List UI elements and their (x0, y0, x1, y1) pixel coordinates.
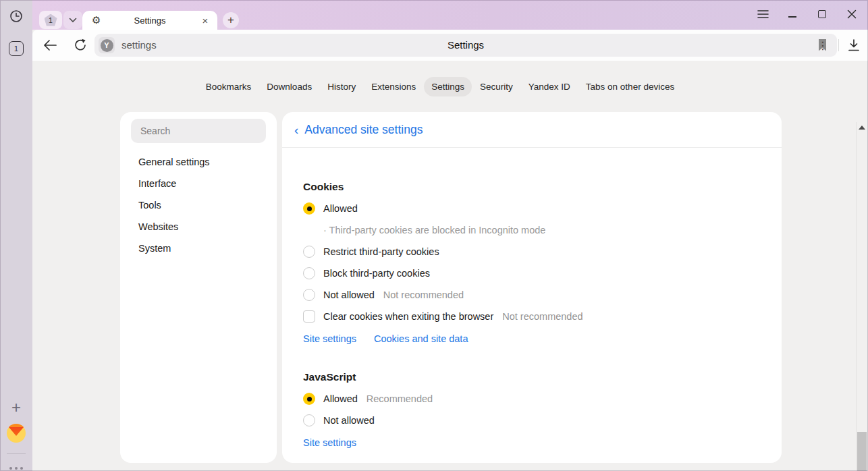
tab-list-dropdown-button[interactable] (63, 11, 82, 29)
rail-add-button[interactable]: + (0, 395, 32, 420)
nav-tab-history[interactable]: History (320, 77, 363, 96)
nav-tab-extensions[interactable]: Extensions (364, 77, 423, 96)
address-page-title: Settings (94, 34, 837, 57)
address-bar[interactable]: Y settings Settings (94, 34, 837, 57)
hamburger-icon (757, 9, 769, 19)
plus-icon: + (11, 398, 21, 417)
sidebar-item-system[interactable]: System (120, 238, 277, 259)
settings-sidebar: General settingsInterfaceToolsWebsitesSy… (120, 112, 277, 463)
radio-unselected-icon (303, 267, 315, 279)
option-restrict-third-party-cookies[interactable]: Restrict third-party cookies (303, 241, 782, 262)
advanced-site-settings-back[interactable]: ‹ Advanced site settings (282, 112, 782, 148)
nav-tab-yandex-id[interactable]: Yandex ID (521, 77, 578, 96)
tab-panel-button[interactable]: 1 (0, 36, 32, 61)
tab-count-icon: 1 (9, 41, 24, 56)
scrollbar-thumb[interactable] (857, 432, 867, 471)
toolbar-more-button[interactable]: ⋮ (814, 37, 832, 53)
section-links: Site settings (303, 437, 782, 448)
option-note: Not recommended (383, 289, 464, 300)
active-tab[interactable]: ⚙ Settings × (82, 11, 217, 30)
window-close-button[interactable] (842, 5, 861, 23)
link-site-settings[interactable]: Site settings (303, 437, 356, 448)
page-title: Advanced site settings (304, 123, 423, 137)
sidebar-item-websites[interactable]: Websites (120, 216, 277, 238)
tab-group-count-button[interactable]: 1 (39, 11, 62, 29)
section-cookies: CookiesAllowed· Third-party cookies are … (303, 181, 782, 344)
yandex-mail-button[interactable] (0, 421, 32, 445)
clock-icon (9, 9, 24, 24)
option-note: Not recommended (502, 311, 582, 322)
yandex-mail-icon (7, 424, 26, 443)
nav-tab-settings[interactable]: Settings (424, 77, 472, 96)
option-label: Allowed (323, 203, 358, 214)
reload-icon (74, 38, 87, 52)
link-cookies-and-site-data[interactable]: Cookies and site data (374, 333, 468, 344)
nav-tab-tabs-on-other-devices[interactable]: Tabs on other devices (578, 77, 682, 96)
radio-unselected-icon (303, 289, 315, 301)
close-icon (847, 9, 857, 19)
option-subnote: · Third-party cookies are blocked in Inc… (303, 219, 782, 241)
option-block-third-party-cookies[interactable]: Block third-party cookies (303, 262, 782, 284)
rail-divider (7, 453, 26, 454)
option-allowed[interactable]: AllowedRecommended (303, 388, 782, 410)
settings-page: BookmarksDownloadsHistoryExtensionsSetti… (32, 61, 868, 471)
section-heading: JavaScript (303, 371, 782, 383)
search-input[interactable] (131, 126, 266, 136)
download-icon (848, 39, 860, 52)
option-not-allowed[interactable]: Not allowedNot recommended (303, 284, 782, 306)
option-label: Block third-party cookies (323, 268, 430, 279)
dot-icon (9, 467, 12, 470)
back-button[interactable] (41, 37, 59, 53)
chevron-down-icon (69, 18, 77, 23)
history-button[interactable] (0, 4, 32, 28)
dot-icon (15, 467, 18, 470)
tab-group-chip: 1 (39, 11, 82, 29)
section-javascript: JavaScriptAllowedRecommendedNot allowedS… (303, 371, 782, 448)
tab-close-button[interactable]: × (199, 14, 211, 26)
radio-unselected-icon (303, 414, 315, 426)
maximize-icon (818, 10, 826, 18)
option-label: Clear cookies when exiting the browser (323, 311, 493, 322)
radio-unselected-icon (303, 246, 315, 258)
chevron-left-icon: ‹ (294, 123, 298, 136)
option-label: Not allowed (323, 289, 375, 300)
nav-tab-bookmarks[interactable]: Bookmarks (198, 77, 259, 96)
option-label: Restrict third-party cookies (323, 246, 439, 257)
new-tab-button[interactable]: + (223, 12, 239, 28)
nav-tab-downloads[interactable]: Downloads (259, 77, 319, 96)
section-heading: Cookies (303, 181, 782, 193)
radio-selected-icon (303, 393, 315, 405)
tab-group-badge-icon: 1 (45, 14, 57, 26)
sidebar-item-interface[interactable]: Interface (120, 173, 277, 194)
section-links: Site settingsCookies and site data (303, 333, 782, 344)
option-not-allowed[interactable]: Not allowed (303, 410, 782, 431)
settings-main-panel: ‹ Advanced site settings CookiesAllowed·… (282, 112, 782, 463)
nav-tab-security[interactable]: Security (472, 77, 520, 96)
link-site-settings[interactable]: Site settings (303, 333, 356, 344)
sidebar-item-general-settings[interactable]: General settings (120, 151, 277, 173)
toolbar: Y settings Settings ⋮ (32, 30, 868, 61)
option-note: Recommended (367, 393, 433, 404)
radio-selected-icon (303, 202, 315, 215)
sidebar-items: General settingsInterfaceToolsWebsitesSy… (120, 151, 277, 259)
minimize-icon (788, 16, 796, 18)
scrollbar[interactable] (856, 122, 867, 471)
side-rail: 1 + (0, 0, 32, 471)
settings-sections: CookiesAllowed· Third-party cookies are … (282, 148, 782, 448)
window-menu-button[interactable] (753, 5, 772, 23)
downloads-button[interactable] (845, 37, 863, 53)
toolbar-divider (838, 39, 839, 51)
tab-title: Settings (82, 16, 217, 26)
checkbox-unselected-icon (303, 310, 315, 323)
rail-more-button[interactable] (0, 456, 32, 471)
window-maximize-button[interactable] (813, 5, 832, 23)
search-box (131, 119, 266, 143)
option-allowed[interactable]: Allowed (303, 198, 782, 219)
reload-button[interactable] (72, 37, 89, 53)
scroll-up-icon[interactable] (859, 126, 865, 130)
option-clear-cookies-when-exiting-the-browser[interactable]: Clear cookies when exiting the browserNo… (303, 306, 782, 327)
sidebar-item-tools[interactable]: Tools (120, 194, 277, 216)
settings-nav: BookmarksDownloadsHistoryExtensionsSetti… (32, 77, 848, 96)
window-minimize-button[interactable] (783, 5, 802, 23)
tab-strip: 1 ⚙ Settings × + (32, 0, 868, 30)
